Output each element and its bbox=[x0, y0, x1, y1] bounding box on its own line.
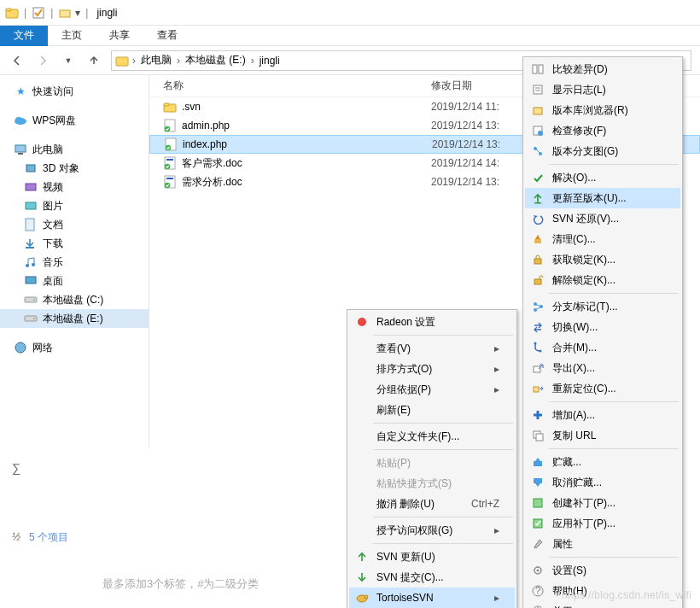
chevron-right-icon[interactable]: › bbox=[132, 55, 136, 67]
sidebar-item[interactable]: 本地磁盘 (E:) bbox=[0, 309, 149, 328]
file-icon bbox=[164, 137, 178, 151]
svg-rect-48 bbox=[534, 202, 541, 204]
sidebar-item[interactable]: 本地磁盘 (C:) bbox=[0, 290, 149, 309]
titlebar-dropdown-icon[interactable]: ▾ bbox=[75, 7, 80, 19]
tab-view[interactable]: 查看 bbox=[143, 26, 191, 46]
menu-item[interactable]: TortoiseSVN▸ bbox=[349, 588, 515, 608]
svg-point-44 bbox=[538, 131, 543, 136]
menu-item-label: 授予访问权限(G) bbox=[376, 523, 479, 538]
menu-item-label: 导出(X)... bbox=[552, 361, 665, 376]
breadcrumb[interactable]: 本地磁盘 (E:) bbox=[184, 53, 248, 67]
menu-item[interactable]: 版本库浏览器(R) bbox=[525, 100, 680, 120]
nav-up-button[interactable] bbox=[85, 52, 102, 69]
sidebar-item[interactable]: 文档 bbox=[0, 215, 149, 234]
menu-item[interactable]: 导出(X)... bbox=[525, 358, 680, 378]
menu-item[interactable]: 应用补丁(P)... bbox=[525, 513, 680, 534]
menu-item[interactable]: 比较差异(D) bbox=[525, 59, 680, 79]
blank-icon bbox=[354, 523, 370, 537]
svg-point-32 bbox=[165, 183, 170, 188]
sidebar-item[interactable]: 视频 bbox=[0, 178, 149, 196]
svg-rect-12 bbox=[26, 219, 34, 231]
branch-icon bbox=[530, 300, 545, 313]
tag-hint: 最多添加3个标签，#为二级分类 bbox=[102, 576, 259, 592]
menu-item[interactable]: 合并(M)... bbox=[525, 337, 680, 358]
file-name: 客户需求.doc bbox=[182, 156, 242, 171]
menu-item-label: 解除锁定(K)... bbox=[552, 273, 665, 288]
menu-item[interactable]: 增加(A)... bbox=[525, 405, 680, 425]
chevron-right-icon[interactable]: › bbox=[251, 55, 254, 67]
menu-item-label: 增加(A)... bbox=[552, 408, 665, 423]
window-title: jingli bbox=[96, 7, 117, 19]
sidebar-item[interactable]: 下载 bbox=[0, 234, 149, 253]
context-menu-tortoisesvn: 比较差异(D)显示日志(L)版本库浏览器(R)检查修改(F)版本分支图(G)解决… bbox=[522, 56, 683, 608]
menu-item[interactable]: 取消贮藏... bbox=[525, 472, 680, 493]
menu-item[interactable]: 重新定位(C)... bbox=[525, 378, 680, 399]
menu-item[interactable]: 排序方式(O)▸ bbox=[349, 359, 515, 379]
menu-item[interactable]: 贮藏... bbox=[525, 452, 680, 472]
sidebar-network[interactable]: 网络 bbox=[0, 338, 149, 357]
menu-item-label: SVN 更新(U) bbox=[376, 550, 499, 564]
menu-item[interactable]: 更新至版本(U)... bbox=[525, 188, 680, 208]
menu-item-label: 属性 bbox=[552, 537, 665, 552]
sidebar-item[interactable]: 图片 bbox=[0, 196, 149, 215]
menu-item[interactable]: 创建补丁(P)... bbox=[525, 493, 680, 513]
menu-item[interactable]: SVN 更新(U) bbox=[349, 547, 515, 567]
about-icon: i bbox=[530, 605, 545, 608]
sidebar-wps[interactable]: WPS网盘 bbox=[0, 111, 149, 130]
sidebar-quick-access[interactable]: ★ 快速访问 bbox=[0, 82, 149, 101]
svg-rect-51 bbox=[534, 279, 541, 284]
menu-item-label: 重新定位(C)... bbox=[552, 382, 665, 396]
svg-line-47 bbox=[535, 149, 540, 154]
menu-item[interactable]: 查看(V)▸ bbox=[349, 338, 515, 359]
menu-item-label: 合并(M)... bbox=[552, 341, 665, 355]
sidebar-item[interactable]: 桌面 bbox=[0, 272, 149, 290]
menu-item[interactable]: 复制 URL bbox=[525, 425, 680, 446]
tab-home[interactable]: 主页 bbox=[48, 26, 96, 46]
menu-item[interactable]: 解除锁定(K)... bbox=[525, 270, 680, 290]
menu-item[interactable]: 分组依据(P)▸ bbox=[349, 379, 515, 400]
svg-rect-42 bbox=[534, 108, 542, 114]
menu-item[interactable]: Radeon 设置 bbox=[349, 312, 515, 332]
menu-item: 粘贴(P) bbox=[349, 453, 515, 473]
blank-icon bbox=[354, 430, 370, 443]
file-icon bbox=[163, 100, 177, 114]
sidebar-item[interactable]: 音乐 bbox=[0, 253, 149, 272]
folder-icon bbox=[5, 6, 19, 20]
patch-apply-icon bbox=[530, 517, 545, 530]
menu-item[interactable]: i关于 bbox=[525, 601, 680, 608]
menu-item[interactable]: 分支/标记(T)... bbox=[525, 296, 680, 317]
menu-item[interactable]: 刷新(E) bbox=[349, 400, 515, 420]
menu-item[interactable]: 检查修改(F) bbox=[525, 120, 680, 141]
file-name: .svn bbox=[182, 101, 201, 113]
breadcrumb[interactable]: 此电脑 bbox=[139, 53, 173, 67]
menu-item[interactable]: 版本分支图(G) bbox=[525, 141, 680, 161]
sidebar-this-pc[interactable]: 此电脑 bbox=[0, 140, 149, 159]
sidebar-item[interactable]: 3D 对象 bbox=[0, 159, 149, 178]
menu-item[interactable]: 切换(W)... bbox=[525, 317, 680, 337]
chevron-right-icon[interactable]: › bbox=[177, 55, 180, 67]
nav-forward-button[interactable] bbox=[34, 52, 51, 69]
menu-item[interactable]: 解决(O)... bbox=[525, 167, 680, 188]
menu-item[interactable]: 清理(C)... bbox=[525, 229, 680, 249]
col-header-name[interactable]: 名称 bbox=[149, 79, 431, 93]
menu-item-label: 显示日志(L) bbox=[552, 83, 665, 97]
menu-item[interactable]: 属性 bbox=[525, 534, 680, 554]
nav-back-button[interactable] bbox=[9, 52, 26, 69]
tab-file[interactable]: 文件 bbox=[0, 26, 48, 46]
menu-item[interactable]: SVN 提交(C)... bbox=[349, 567, 515, 588]
menu-item[interactable]: 获取锁定(K)... bbox=[525, 249, 680, 270]
svg-rect-9 bbox=[26, 165, 35, 172]
tab-share[interactable]: 共享 bbox=[96, 26, 143, 46]
menu-item[interactable]: 授予访问权限(G)▸ bbox=[349, 520, 515, 541]
revert-icon bbox=[530, 212, 545, 225]
menu-item[interactable]: 撤消 删除(U)Ctrl+Z bbox=[349, 494, 515, 514]
breadcrumb[interactable]: jingli bbox=[258, 55, 282, 67]
menu-item[interactable]: 设置(S) bbox=[525, 560, 680, 581]
image-icon bbox=[24, 200, 38, 212]
menu-item[interactable]: SVN 还原(V)... bbox=[525, 208, 680, 229]
sidebar-item-label: 视频 bbox=[43, 180, 63, 195]
menu-item[interactable]: 自定义文件夹(F)... bbox=[349, 426, 515, 447]
blank-icon bbox=[354, 456, 370, 470]
nav-recent-dropdown[interactable]: ▼ bbox=[60, 52, 77, 69]
menu-item[interactable]: 显示日志(L) bbox=[525, 79, 680, 100]
